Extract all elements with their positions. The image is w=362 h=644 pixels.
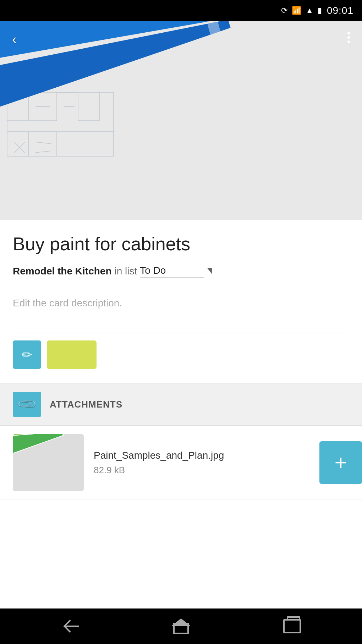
attachment-size: 82.9 kB <box>94 465 349 476</box>
attachments-title: ATTACHMENTS <box>50 399 122 410</box>
attachment-filename[interactable]: Paint_Samples_and_Plan.jpg <box>94 450 349 461</box>
board-name[interactable]: Remodel the Kitchen <box>13 266 111 277</box>
home-icon <box>172 618 190 634</box>
hero-image: ‹ <box>0 21 362 220</box>
dot3 <box>347 40 350 43</box>
attachment-item: Paint_Samples_and_Plan.jpg 82.9 kB + <box>0 426 362 500</box>
edit-label-button[interactable]: ✏ <box>13 340 41 369</box>
back-arrow-icon <box>61 619 79 633</box>
status-icons: ⟳ 📶 ▲ ▮ <box>281 6 322 15</box>
in-list-label: in list <box>114 266 137 277</box>
attachments-icon-wrap: 📎 <box>13 392 41 417</box>
hero-canvas <box>0 21 362 220</box>
attachments-section: 📎 ATTACHMENTS Paint_Samples_and_Plan.jpg… <box>0 383 362 500</box>
card-title: Buy paint for cabinets <box>13 233 349 255</box>
paperclip-icon: 📎 <box>16 394 38 416</box>
wifi-icon: 📶 <box>292 6 301 15</box>
rotate-icon: ⟳ <box>281 6 287 15</box>
battery-icon: ▮ <box>318 6 322 15</box>
dot2 <box>347 36 350 39</box>
label-row: ✏ <box>13 333 349 383</box>
signal-icon: ▲ <box>306 6 313 15</box>
recents-icon <box>283 619 301 633</box>
pencil-icon: ✏ <box>22 348 32 362</box>
card-meta: Remodel the Kitchen in list To Do <box>13 265 349 278</box>
status-time: 09:01 <box>327 5 353 16</box>
status-bar: ⟳ 📶 ▲ ▮ 09:01 <box>0 0 362 21</box>
list-name[interactable]: To Do <box>140 265 204 278</box>
nav-recents-button[interactable] <box>278 616 306 637</box>
add-attachment-button[interactable]: + <box>319 441 362 484</box>
back-button[interactable]: ‹ <box>9 28 20 51</box>
thumb-canvas <box>13 434 84 491</box>
attachments-header: 📎 ATTACHMENTS <box>0 383 362 426</box>
label-color-swatch[interactable] <box>47 340 97 369</box>
card-content: Buy paint for cabinets Remodel the Kitch… <box>0 220 362 383</box>
dot1 <box>347 32 350 34</box>
description-placeholder[interactable]: Edit the card description. <box>13 298 349 309</box>
attachment-thumbnail[interactable] <box>13 434 84 491</box>
more-menu-button[interactable] <box>344 28 353 47</box>
nav-back-button[interactable] <box>56 616 84 637</box>
nav-home-button[interactable] <box>167 616 195 637</box>
list-caret-icon <box>207 268 212 274</box>
card-description[interactable]: Edit the card description. <box>13 290 349 326</box>
attachment-info: Paint_Samples_and_Plan.jpg 82.9 kB <box>94 450 349 476</box>
bottom-nav-bar <box>0 608 362 644</box>
plus-icon: + <box>334 452 347 473</box>
list-name-wrapper[interactable]: To Do <box>140 265 212 278</box>
